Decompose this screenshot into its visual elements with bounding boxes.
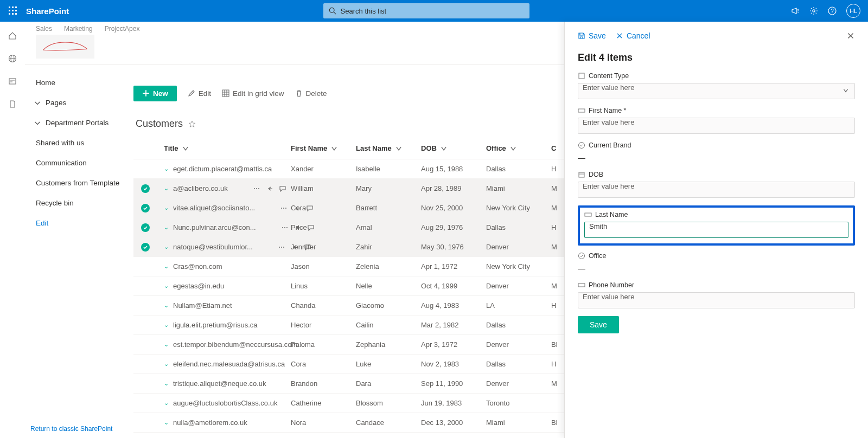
new-button[interactable]: New [133,86,177,101]
files-icon[interactable] [8,100,17,108]
delete-command[interactable]: Delete [295,89,327,98]
news-icon[interactable] [8,77,17,86]
save-button[interactable]: Save [578,316,619,333]
megaphone-icon[interactable] [791,7,800,15]
edit-panel: Save Cancel Edit 4 items Content Type En… [564,22,868,438]
table-row[interactable]: ⌄ligula.elit.pretium@risus.caHectorCaili… [133,315,564,335]
app-launcher[interactable] [0,0,26,22]
left-nav: Home Pages Department Portals Shared wit… [25,65,133,422]
nav-customers-template[interactable]: Customers from Template [34,173,133,193]
nav-shared[interactable]: Shared with us [34,133,133,153]
gear-icon[interactable] [809,7,818,15]
more-icon[interactable] [278,243,285,251]
list-title-row: Customers [136,118,196,130]
nav-recycle-bin[interactable]: Recycle bin [34,193,133,213]
hub-nav-sales[interactable]: Sales [36,25,52,33]
title-cell-text: Nunc.pulvinar.arcu@con... [173,223,256,231]
hub-nav-marketing[interactable]: Marketing [64,25,93,33]
cell-office: Dallas [486,165,551,173]
svg-rect-38 [578,109,585,112]
table-row[interactable]: ⌄a@aclibero.co.ukWilliamMaryApr 28, 1989… [133,179,564,198]
nav-communication[interactable]: Communication [34,153,133,173]
star-icon[interactable] [188,120,196,128]
col-dob[interactable]: DOB [421,144,486,152]
grid-edit-command[interactable]: Edit in grid view [222,89,284,98]
table-row[interactable]: ⌄eleifend.nec.malesuada@atrisus.caCoraLu… [133,355,564,374]
more-icon[interactable] [253,185,260,192]
more-icon[interactable] [281,224,289,231]
search-box[interactable]: Search this list [323,3,529,18]
panel-close-button[interactable] [846,31,855,40]
car-logo-icon [41,38,90,55]
field-phone: Phone Number Enter value here [578,281,855,308]
hub-nav-projectapex[interactable]: ProjectApex [105,25,140,33]
cell-first: Catherine [291,399,356,407]
nav-edit[interactable]: Edit [34,213,133,233]
table-row[interactable]: ⌄nulla@ametlorem.co.ukNoraCandaceDec 13,… [133,413,564,433]
edit-command[interactable]: Edit [188,89,211,98]
search-icon [329,7,336,15]
cell-first: William [291,184,356,192]
selected-check-icon[interactable] [141,223,150,232]
footer-classic-link[interactable]: Return to classic SharePoint [30,425,112,433]
cell-office: Denver [486,243,551,251]
field-dob: DOB Enter value here [578,171,855,198]
comment-icon[interactable] [279,185,286,192]
col-office[interactable]: Office [486,144,551,152]
col-extra[interactable]: C [551,144,564,152]
table-row[interactable]: ⌄eget.dictum.placerat@mattis.caXanderIsa… [133,159,564,179]
item-badge-icon: ⌄ [164,165,169,172]
table-row[interactable]: ⌄augue@luctuslobortisClass.co.ukCatherin… [133,394,564,413]
table-row[interactable]: ⌄Cras@non.comJasonZeleniaApr 1, 1972New … [133,257,564,276]
cell-dob: Oct 4, 1999 [421,282,486,290]
col-first-name[interactable]: First Name [291,144,356,152]
office-value[interactable]: — [578,263,855,274]
cell-dob: Apr 1, 1972 [421,262,486,270]
cell-ext: M [551,243,564,251]
list-title: Customers [136,118,183,130]
site-logo[interactable] [36,35,94,59]
cell-office: Miami [486,418,551,427]
first-name-input[interactable]: Enter value here [578,118,855,134]
col-last-name[interactable]: Last Name [356,144,421,152]
table-row[interactable]: ⌄est.tempor.bibendum@neccursusa.comPalom… [133,335,564,355]
panel-cancel-link[interactable]: Cancel [616,31,650,40]
table-row[interactable]: ⌄natoque@vestibulumlor...JenniferZahirMa… [133,237,564,257]
brand-title[interactable]: SharePoint [26,7,69,16]
cell-first: Jason [291,262,356,270]
cell-ext: H [551,360,564,368]
cell-last: Mary [356,184,421,192]
title-cell-text: a@aclibero.co.uk [173,184,228,192]
panel-save-link[interactable]: Save [578,31,606,40]
nav-home[interactable]: Home [34,73,133,93]
home-icon[interactable] [8,31,17,40]
cell-first: Cora [291,360,356,368]
share-icon[interactable] [266,185,273,192]
selected-check-icon[interactable] [141,184,150,193]
nav-pages[interactable]: Pages [34,93,133,113]
close-icon [846,31,855,40]
table-row[interactable]: ⌄Nullam@Etiam.netChandaGiacomoAug 4, 198… [133,296,564,315]
table-row[interactable]: ⌄tristique.aliquet@neque.co.ukBrandonDar… [133,374,564,394]
user-avatar[interactable]: HL [846,4,860,18]
globe-icon[interactable] [8,54,17,63]
svg-line-10 [334,12,336,14]
help-icon[interactable]: ? [828,7,837,15]
table-row[interactable]: ⌄vitae.aliquet@sociisnato...CoraBarrettN… [133,198,564,218]
cell-ext: H [551,223,564,231]
more-icon[interactable] [280,204,288,212]
phone-input[interactable]: Enter value here [578,292,855,308]
col-title[interactable]: Title [161,144,291,152]
last-name-input[interactable]: Smith [584,222,848,238]
current-brand-value[interactable]: — [578,152,855,163]
table-row[interactable]: ⌄egestas@in.eduLinusNelleOct 4, 1999Denv… [133,276,564,296]
selected-check-icon[interactable] [141,243,150,252]
item-badge-icon: ⌄ [164,302,169,309]
content-type-select[interactable]: Enter value here [578,83,855,99]
nav-department-portals[interactable]: Department Portals [34,113,133,133]
table-row[interactable]: ⌄Nunc.pulvinar.arcu@con...PriceAmalAug 2… [133,218,564,237]
dob-input[interactable]: Enter value here [578,182,855,198]
svg-rect-6 [9,13,10,15]
selected-check-icon[interactable] [141,204,150,212]
title-cell-text: est.tempor.bibendum@neccursusa.com [173,340,297,349]
